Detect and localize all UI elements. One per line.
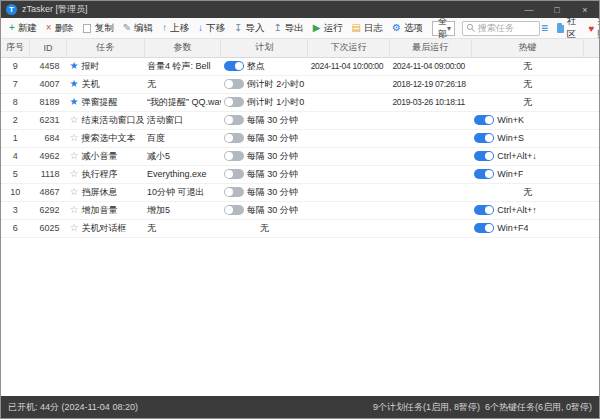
toggle-on[interactable] — [474, 223, 494, 233]
table-row[interactable]: 104867☆挡屏休息10分钟 可退出每隔 30 分钟无 — [1, 183, 599, 201]
task-cell-content: ☆搜索选中文本 — [69, 132, 141, 145]
toggle-off[interactable] — [224, 79, 244, 89]
cell-next-run — [308, 147, 390, 165]
star-outline-icon[interactable]: ☆ — [69, 187, 78, 197]
log-file-icon: ▤ — [352, 23, 361, 33]
table-row[interactable]: 74007★关机无倒计时 2小时0..2018-12-19 07:26:18无 — [1, 75, 599, 93]
toolbar-button-options[interactable]: ⚙选项 — [388, 20, 427, 37]
toolbar-button-new[interactable]: +新建 — [5, 20, 41, 37]
star-filled-icon[interactable]: ★ — [69, 97, 78, 107]
cell-filler — [584, 201, 599, 219]
star-filled-icon[interactable]: ★ — [69, 61, 78, 71]
cell-task: ☆挡屏休息 — [66, 183, 144, 201]
toggle-off[interactable] — [224, 151, 244, 161]
toggle-off[interactable] — [224, 169, 244, 179]
toggle-on[interactable] — [474, 169, 494, 179]
column-header[interactable]: 热键 — [471, 39, 583, 57]
filter-dropdown[interactable]: 全部 ▾ — [432, 21, 455, 36]
cell-param: 无 — [144, 219, 221, 237]
toolbar-button-export[interactable]: ↥导出 — [269, 20, 307, 37]
toolbar-button-move-up[interactable]: ↑上移 — [158, 20, 193, 37]
star-outline-icon[interactable]: ☆ — [69, 151, 78, 161]
toolbar: +新建×删除复制✎编辑↑上移↓下移↧导入↥导出▶运行▤日志⚙选项 全部 ▾ ≡ … — [1, 18, 599, 39]
cell-task: ☆执行程序 — [66, 165, 144, 183]
toggle-off[interactable] — [224, 187, 244, 197]
table-row[interactable]: 26231☆结束活动窗口及...活动窗口每隔 30 分钟Win+K — [1, 111, 599, 129]
cell-filler — [584, 57, 599, 75]
toolbar-button-move-down[interactable]: ↓下移 — [194, 20, 229, 37]
list-view-icon[interactable]: ≡ — [541, 21, 548, 35]
hotkey-label: Win+S — [497, 133, 524, 143]
cell-filler — [584, 147, 599, 165]
toolbar-button-label: 日志 — [364, 22, 383, 35]
table-header-row: 序号ID任务参数计划下次运行最后运行热键 — [1, 39, 599, 57]
schedule-label: 每隔 30 分钟 — [247, 204, 298, 217]
column-header[interactable]: 计划 — [221, 39, 308, 57]
table-row[interactable]: 36292☆增加音量增加5每隔 30 分钟Ctrl+Alt+↑ — [1, 201, 599, 219]
cell-hotkey: 无 — [471, 57, 583, 75]
search-box[interactable] — [462, 21, 540, 36]
toolbar-button-delete[interactable]: ×删除 — [42, 20, 78, 37]
donate-button[interactable]: ♥ 捐赠 — [589, 15, 600, 41]
task-name: 搜索选中文本 — [81, 132, 135, 145]
toggle-off[interactable] — [224, 205, 244, 215]
toolbar-button-copy[interactable]: 复制 — [79, 20, 118, 37]
toolbar-button-log[interactable]: ▤日志 — [348, 20, 387, 37]
search-input[interactable] — [478, 23, 536, 33]
star-outline-icon[interactable]: ☆ — [69, 205, 78, 215]
table-row[interactable]: 94458★报时音量4 铃声: Bell整点2024-11-04 10:00:0… — [1, 57, 599, 75]
toggle-off[interactable] — [224, 97, 244, 107]
schedule-cell-content: 每隔 30 分钟 — [224, 114, 305, 127]
star-outline-icon[interactable]: ☆ — [69, 169, 78, 179]
cell-index: 3 — [1, 201, 30, 219]
toggle-on[interactable] — [224, 61, 244, 71]
table-row[interactable]: 51118☆执行程序Everything.exe每隔 30 分钟Win+F — [1, 165, 599, 183]
toolbar-button-label: 下移 — [206, 22, 225, 35]
community-button[interactable]: 社区 — [557, 15, 580, 41]
toolbar-button-run[interactable]: ▶运行 — [309, 20, 347, 37]
schedule-cell-content: 每隔 30 分钟 — [224, 204, 305, 217]
task-cell-content: ☆增加音量 — [69, 204, 141, 217]
toggle-off[interactable] — [224, 115, 244, 125]
table-row[interactable]: 88189★弹窗提醒“我的提醒” QQ.wav倒计时 1小时0..2019-03… — [1, 93, 599, 111]
star-outline-icon[interactable]: ☆ — [69, 133, 78, 143]
toggle-off[interactable] — [224, 133, 244, 143]
column-header[interactable]: 序号 — [1, 39, 30, 57]
cell-param: 百度 — [144, 129, 221, 147]
cell-schedule: 每隔 30 分钟 — [221, 111, 308, 129]
cell-param: 减小5 — [144, 147, 221, 165]
table-row[interactable]: 66025☆关机对话框无无Win+F4 — [1, 219, 599, 237]
column-header[interactable]: ID — [30, 39, 67, 57]
column-header[interactable]: 下次运行 — [308, 39, 390, 57]
task-cell-content: ★关机 — [69, 78, 141, 91]
cell-id: 6292 — [30, 201, 67, 219]
table-row[interactable]: 1684☆搜索选中文本百度每隔 30 分钟Win+S — [1, 129, 599, 147]
toggle-on[interactable] — [474, 151, 494, 161]
toggle-on[interactable] — [474, 133, 494, 143]
cell-last-run — [389, 147, 471, 165]
task-name: 报时 — [81, 60, 99, 73]
cell-id: 1118 — [30, 165, 67, 183]
column-header[interactable]: 最后运行 — [389, 39, 471, 57]
toggle-on[interactable] — [474, 205, 494, 215]
schedule-label: 每隔 30 分钟 — [247, 150, 298, 163]
table-row[interactable]: 44962☆减小音量减小5每隔 30 分钟Ctrl+Alt+↓ — [1, 147, 599, 165]
star-outline-icon[interactable]: ☆ — [69, 223, 78, 233]
ztasker-window: T zTasker [管理员] — □ × +新建×删除复制✎编辑↑上移↓下移↧… — [0, 0, 600, 419]
star-outline-icon[interactable]: ☆ — [69, 115, 78, 125]
cell-hotkey: Ctrl+Alt+↓ — [471, 147, 583, 165]
column-header[interactable]: 任务 — [66, 39, 144, 57]
toolbar-button-label: 导出 — [285, 22, 304, 35]
toolbar-button-import[interactable]: ↧导入 — [230, 20, 268, 37]
column-header[interactable]: 参数 — [144, 39, 221, 57]
cell-schedule: 每隔 30 分钟 — [221, 201, 308, 219]
star-filled-icon[interactable]: ★ — [69, 79, 78, 89]
heart-icon: ♥ — [589, 23, 595, 34]
status-uptime: 已开机: 44分 (2024-11-04 08:20) — [8, 401, 138, 414]
plus-icon: + — [9, 23, 15, 33]
hotkey-label: Ctrl+Alt+↓ — [497, 151, 537, 161]
toolbar-button-edit[interactable]: ✎编辑 — [119, 20, 157, 37]
minimize-button[interactable]: — — [515, 1, 543, 18]
column-header-filler — [584, 39, 599, 57]
toggle-on[interactable] — [474, 115, 494, 125]
